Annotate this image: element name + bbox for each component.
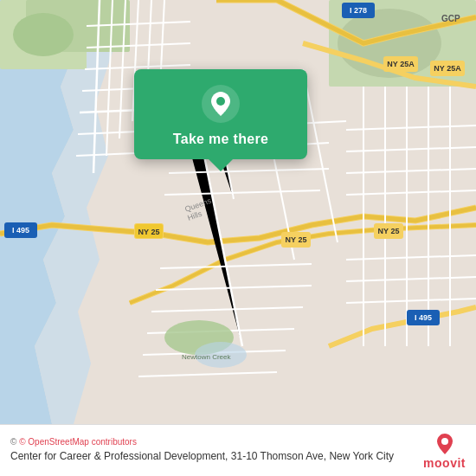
svg-text:NY 25: NY 25: [378, 227, 400, 235]
svg-text:Newtown Creek: Newtown Creek: [182, 353, 231, 361]
svg-text:I 495: I 495: [415, 313, 432, 322]
osm-attribution: © © OpenStreetMap contributors: [10, 437, 413, 447]
svg-text:NY 25A: NY 25A: [434, 64, 461, 73]
copyright-symbol: ©: [10, 437, 19, 447]
svg-text:NY 25: NY 25: [138, 228, 160, 236]
map-view[interactable]: Newtown Creek I 278 NY 25 NY 25 NY 25 NY…: [0, 0, 476, 424]
location-popup[interactable]: Take me there: [134, 69, 307, 159]
svg-text:I 495: I 495: [12, 226, 29, 235]
svg-text:I 278: I 278: [350, 6, 367, 15]
svg-point-3: [13, 13, 74, 56]
moovit-logo: moovit: [423, 432, 466, 470]
svg-text:NY 25: NY 25: [286, 235, 307, 244]
location-description: Center for Career & Professional Develop…: [10, 449, 413, 464]
svg-text:GCP: GCP: [441, 14, 460, 23]
moovit-icon: [433, 432, 457, 456]
take-me-there-button[interactable]: Take me there: [173, 132, 268, 147]
svg-text:NY 25A: NY 25A: [387, 60, 415, 68]
svg-point-65: [216, 97, 225, 106]
moovit-brand-name: moovit: [423, 456, 466, 470]
attribution-bar: © © OpenStreetMap contributors Center fo…: [0, 424, 476, 476]
location-pin-icon: [202, 85, 240, 123]
osm-link[interactable]: © OpenStreetMap contributors: [19, 437, 137, 447]
svg-point-66: [441, 438, 448, 445]
attribution-content: © © OpenStreetMap contributors Center fo…: [10, 437, 413, 464]
